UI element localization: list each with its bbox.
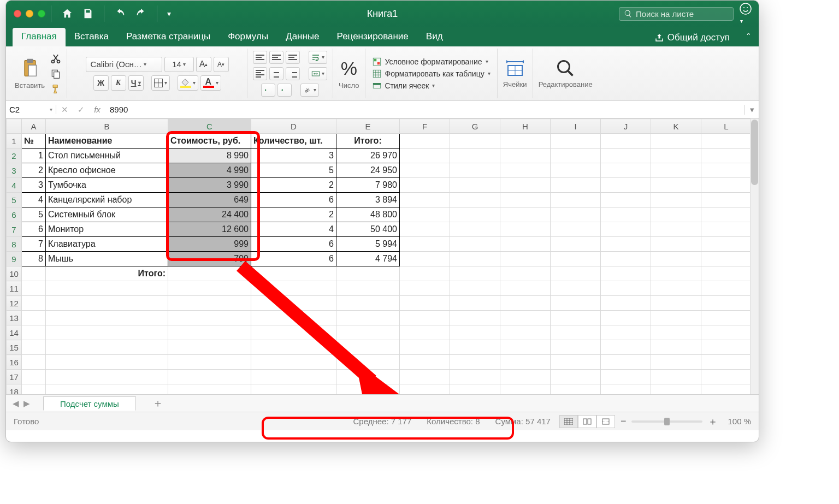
add-sheet-button[interactable]: ＋ <box>152 396 163 411</box>
cell-I9[interactable] <box>551 252 601 266</box>
row-header-7[interactable]: 7 <box>7 222 22 237</box>
cell-H16[interactable] <box>500 355 551 370</box>
cell-H13[interactable] <box>500 311 551 325</box>
cell-D5[interactable]: 6 <box>251 193 336 207</box>
cell-B2[interactable]: Стол письменный <box>46 149 168 163</box>
cell-G4[interactable] <box>450 178 500 193</box>
conditional-format-button[interactable]: Условное форматирование ▾ <box>372 56 488 68</box>
cell-B13[interactable] <box>46 311 168 325</box>
format-as-table-button[interactable]: Форматировать как таблицу ▾ <box>372 68 491 80</box>
cell-B17[interactable] <box>46 370 168 384</box>
cell-K15[interactable] <box>651 340 701 355</box>
spreadsheet-grid[interactable]: ABCDEFGHIJKL1№НаименованиеСтоимость, руб… <box>6 118 759 394</box>
cell-A1[interactable]: № <box>22 134 46 149</box>
cell-H2[interactable] <box>500 149 551 163</box>
cell-E17[interactable] <box>336 370 400 384</box>
cell-G17[interactable] <box>450 370 500 384</box>
cell-K1[interactable] <box>651 134 701 149</box>
minimize-window[interactable] <box>26 10 33 17</box>
cell-C6[interactable]: 24 400 <box>168 207 251 222</box>
col-header-C[interactable]: C <box>168 119 251 134</box>
cell-L16[interactable] <box>701 355 752 370</box>
cell-F16[interactable] <box>400 355 450 370</box>
cell-L2[interactable] <box>701 149 752 163</box>
cut-icon[interactable] <box>50 53 61 64</box>
cell-D14[interactable] <box>251 325 336 340</box>
row-header-18[interactable]: 18 <box>7 384 22 395</box>
cancel-formula-icon[interactable]: ✕ <box>56 105 73 115</box>
cell-L17[interactable] <box>701 370 752 384</box>
cell-A13[interactable] <box>22 311 46 325</box>
row-header-8[interactable]: 8 <box>7 237 22 252</box>
col-header-A[interactable]: A <box>22 119 46 134</box>
name-box[interactable]: C2▾ <box>6 105 56 114</box>
search-input[interactable]: Поиск на листе <box>619 7 734 21</box>
cell-I17[interactable] <box>551 370 601 384</box>
cell-H11[interactable] <box>500 281 551 296</box>
cell-H5[interactable] <box>500 193 551 207</box>
cell-J13[interactable] <box>601 311 651 325</box>
cell-G10[interactable] <box>450 266 500 281</box>
cell-F7[interactable] <box>400 222 450 237</box>
cell-D1[interactable]: Количество, шт. <box>251 134 336 149</box>
cell-H14[interactable] <box>500 325 551 340</box>
cell-B12[interactable] <box>46 296 168 311</box>
cell-G11[interactable] <box>450 281 500 296</box>
cell-G16[interactable] <box>450 355 500 370</box>
cell-J14[interactable] <box>601 325 651 340</box>
cell-J15[interactable] <box>601 340 651 355</box>
cell-J10[interactable] <box>601 266 651 281</box>
save-icon[interactable] <box>78 5 98 22</box>
cell-C12[interactable] <box>168 296 251 311</box>
cell-F12[interactable] <box>400 296 450 311</box>
row-header-11[interactable]: 11 <box>7 281 22 296</box>
cell-F10[interactable] <box>400 266 450 281</box>
cell-A12[interactable] <box>22 296 46 311</box>
wrap-text-icon[interactable] <box>309 51 327 64</box>
undo-icon[interactable] <box>110 5 131 22</box>
cell-D8[interactable]: 6 <box>251 237 336 252</box>
cell-A14[interactable] <box>22 325 46 340</box>
col-header-F[interactable]: F <box>400 119 450 134</box>
cell-E6[interactable]: 48 800 <box>336 207 400 222</box>
cell-F14[interactable] <box>400 325 450 340</box>
cell-G2[interactable] <box>450 149 500 163</box>
decrease-font-icon[interactable]: A▾ <box>214 57 229 72</box>
cell-G6[interactable] <box>450 207 500 222</box>
cell-E11[interactable] <box>336 281 400 296</box>
cell-I11[interactable] <box>551 281 601 296</box>
cell-K12[interactable] <box>651 296 701 311</box>
cell-I7[interactable] <box>551 222 601 237</box>
tab-review[interactable]: Рецензирование <box>328 28 417 46</box>
row-header-3[interactable]: 3 <box>7 163 22 178</box>
cell-E13[interactable] <box>336 311 400 325</box>
cell-J6[interactable] <box>601 207 651 222</box>
cell-I13[interactable] <box>551 311 601 325</box>
cell-C14[interactable] <box>168 325 251 340</box>
vertical-scrollbar[interactable] <box>750 118 759 394</box>
cell-B3[interactable]: Кресло офисное <box>46 163 168 178</box>
cell-F13[interactable] <box>400 311 450 325</box>
paste-icon[interactable] <box>20 57 40 79</box>
cell-H18[interactable] <box>500 384 551 395</box>
cell-E1[interactable]: Итого: <box>336 134 400 149</box>
cell-C10[interactable] <box>168 266 251 281</box>
cell-I10[interactable] <box>551 266 601 281</box>
cell-J18[interactable] <box>601 384 651 395</box>
cell-A11[interactable] <box>22 281 46 296</box>
col-header-J[interactable]: J <box>601 119 651 134</box>
cell-C2[interactable]: 8 990 <box>168 149 251 163</box>
cell-A2[interactable]: 1 <box>22 149 46 163</box>
cell-C17[interactable] <box>168 370 251 384</box>
cell-I3[interactable] <box>551 163 601 178</box>
cell-H8[interactable] <box>500 237 551 252</box>
cell-K13[interactable] <box>651 311 701 325</box>
cell-L13[interactable] <box>701 311 752 325</box>
cell-L10[interactable] <box>701 266 752 281</box>
cell-H6[interactable] <box>500 207 551 222</box>
cell-F8[interactable] <box>400 237 450 252</box>
row-header-10[interactable]: 10 <box>7 266 22 281</box>
cell-D11[interactable] <box>251 281 336 296</box>
cell-J17[interactable] <box>601 370 651 384</box>
cell-E5[interactable]: 3 894 <box>336 193 400 207</box>
